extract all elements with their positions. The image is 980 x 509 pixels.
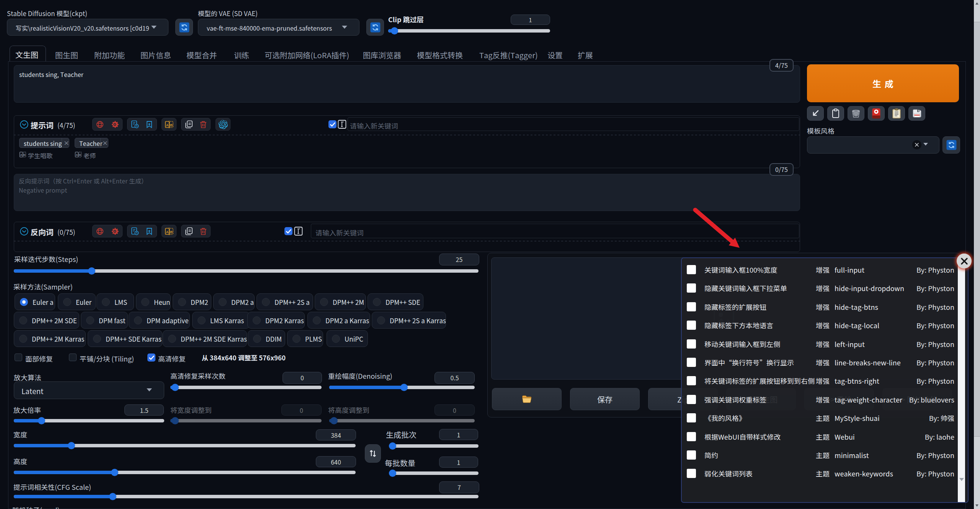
svg-text:B: B (23, 153, 26, 157)
svg-text:A: A (166, 123, 168, 127)
svg-text:A: A (166, 230, 168, 234)
svg-text:B: B (170, 230, 173, 234)
svg-text:A: A (20, 153, 23, 157)
svg-text:A: A (76, 153, 78, 157)
svg-text:B: B (79, 153, 81, 157)
svg-text:B: B (170, 123, 173, 127)
